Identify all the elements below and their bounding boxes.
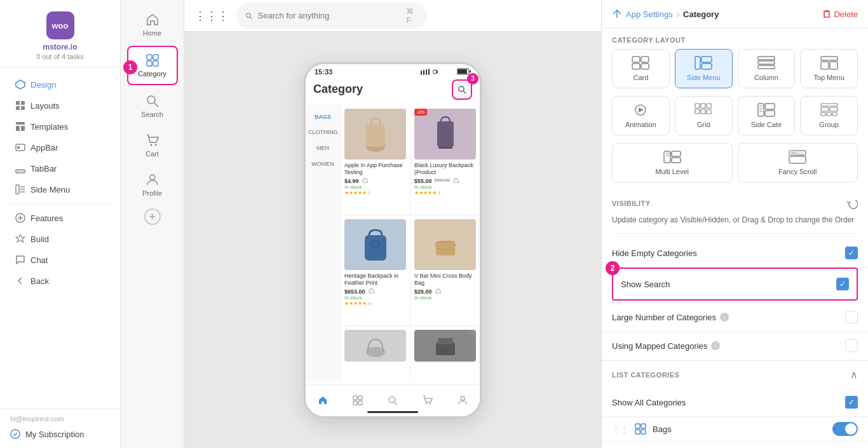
svg-rect-83 <box>707 109 711 114</box>
nav-item-features[interactable]: Features <box>5 208 115 228</box>
product-card[interactable]: ♡ Heritage Backpack in Feather Print $65… <box>341 215 410 325</box>
site-name[interactable]: mstore.io <box>43 43 77 51</box>
nav-item-sidemenu[interactable]: Side Menu <box>5 179 115 200</box>
large-number-checkbox[interactable] <box>845 311 858 323</box>
layout-grid-row1: Card Side Menu Column Top Menu <box>602 49 868 96</box>
panel-header: App Settings › Category Delete <box>602 0 868 29</box>
product-card[interactable]: ♡ -8% Black Luxury Backpack (Product $55… <box>410 105 480 215</box>
sidebar-clothing[interactable]: CLOTHING <box>306 125 340 140</box>
right-panel: App Settings › Category Delete CATEGORY … <box>601 0 868 448</box>
search-input[interactable] <box>258 11 402 20</box>
show-search-checkbox[interactable] <box>836 278 849 290</box>
svg-rect-69 <box>702 64 712 69</box>
svg-rect-71 <box>758 61 775 64</box>
layout-grid[interactable]: Grid <box>675 96 733 135</box>
using-mapped-info[interactable]: i <box>711 341 720 350</box>
heart-icon[interactable]: ♡ <box>469 109 476 118</box>
breadcrumb-root[interactable]: App Settings <box>626 10 673 19</box>
svg-line-27 <box>154 103 158 107</box>
svg-rect-97 <box>667 153 672 156</box>
large-number-info[interactable]: i <box>720 313 729 322</box>
svg-rect-24 <box>147 61 152 66</box>
top-bar: ⋮⋮⋮ ⌘ F <box>184 0 601 32</box>
nav-item-chat[interactable]: Chat <box>5 250 115 270</box>
heart-icon[interactable]: ♡ <box>399 330 406 339</box>
list-cat-collapse[interactable]: ∧ <box>850 369 858 381</box>
layout-fancy-scroll[interactable]: Fancy Scroll <box>738 143 858 182</box>
svg-point-28 <box>150 144 152 146</box>
svg-rect-98 <box>672 151 681 156</box>
center-nav-home[interactable]: Home <box>127 6 178 43</box>
svg-rect-34 <box>423 70 424 75</box>
layout-column[interactable]: Column <box>738 49 796 88</box>
layout-card[interactable]: Card <box>612 49 670 88</box>
hide-empty-checkbox[interactable] <box>845 247 858 259</box>
sidebar-women[interactable]: WOMEN <box>306 157 340 172</box>
subscription-link[interactable]: My Subscription <box>10 426 110 442</box>
product-name: Apple In App Purchase Testing <box>344 162 406 177</box>
nav-bottom: hi@inspireui.com My Subscription <box>0 408 120 448</box>
svg-point-30 <box>150 175 155 180</box>
bottom-profile[interactable] <box>458 395 468 405</box>
nav-item-layouts[interactable]: Layouts <box>5 95 115 116</box>
svg-rect-94 <box>827 112 831 116</box>
delete-button[interactable]: Delete <box>822 10 858 19</box>
layout-side-cate[interactable]: Side Cate <box>738 96 796 135</box>
center-nav-search-label: Search <box>141 111 163 118</box>
grid-icon[interactable]: ⋮⋮⋮ <box>194 9 229 23</box>
center-nav-profile[interactable]: Profile <box>127 166 178 203</box>
svg-rect-33 <box>421 71 422 75</box>
svg-point-29 <box>154 144 156 146</box>
phone-content: BAGS CLOTHING MEN WOMEN ♡ Apple In App P… <box>306 105 480 381</box>
svg-rect-95 <box>832 112 837 116</box>
layout-animation[interactable]: Animation <box>612 96 670 135</box>
center-nav-search[interactable]: Search <box>127 88 178 125</box>
phone-sidebar: BAGS CLOTHING MEN WOMEN <box>306 105 341 381</box>
product-stock: In stock <box>344 295 406 301</box>
nav-item-appbar[interactable]: AppBar <box>5 137 115 158</box>
sidebar-men[interactable]: MEN <box>306 141 340 156</box>
sidebar-bags[interactable]: BAGS <box>306 110 340 125</box>
bottom-home[interactable] <box>318 395 328 405</box>
nav-item-design[interactable]: Design <box>5 74 115 95</box>
category-bags-row: ⋮⋮ Bags <box>602 417 868 442</box>
show-all-label: Show All Categories <box>612 398 686 407</box>
large-number-toggle-row: Large Number of Categories i <box>602 303 868 332</box>
heart-icon[interactable]: ♡ <box>469 219 476 228</box>
bags-toggle[interactable] <box>832 422 858 436</box>
heart-icon[interactable]: ♡ <box>469 330 476 339</box>
heart-icon[interactable]: ♡ <box>399 219 406 228</box>
layout-group[interactable]: Group <box>800 96 858 135</box>
center-nav-cart[interactable]: Cart <box>127 127 178 164</box>
bottom-search[interactable] <box>388 395 398 405</box>
svg-rect-104 <box>635 424 640 428</box>
show-all-checkbox[interactable] <box>845 396 858 409</box>
product-image <box>414 330 476 362</box>
product-card[interactable]: ♡ <box>410 326 480 381</box>
svg-rect-6 <box>16 126 20 131</box>
top-search[interactable]: ⌘ F <box>236 3 427 29</box>
nav-item-build[interactable]: Build <box>5 229 115 249</box>
product-card[interactable]: ♡ V Bar Mini Cross Body Bag $26.00 In st… <box>410 215 480 325</box>
nav-item-tabbar[interactable]: TabBar <box>5 158 115 179</box>
using-mapped-checkbox[interactable] <box>845 339 858 352</box>
layout-top-menu[interactable]: Top Menu <box>800 49 858 88</box>
nav-item-back[interactable]: Back <box>5 271 115 291</box>
svg-rect-54 <box>353 396 357 400</box>
layout-side-menu[interactable]: Side Menu <box>675 49 733 88</box>
status-icons <box>420 68 471 75</box>
svg-marker-77 <box>639 107 644 112</box>
bottom-cart[interactable] <box>423 395 433 405</box>
layout-multi-level[interactable]: Multi Level <box>612 143 733 182</box>
nav-item-templates[interactable]: Templates <box>5 116 115 137</box>
add-nav-item[interactable]: + <box>144 208 161 225</box>
drag-handle[interactable]: ⋮⋮ <box>612 424 628 434</box>
refresh-icon[interactable] <box>846 198 858 209</box>
heart-icon[interactable]: ♡ <box>399 109 406 118</box>
product-price: $26.00 <box>414 288 432 295</box>
product-card[interactable]: ♡ Apple In App Purchase Testing $4.99 In… <box>341 105 410 215</box>
svg-rect-65 <box>632 64 640 69</box>
product-card[interactable]: ♡ <box>341 326 410 381</box>
bottom-category[interactable] <box>353 395 363 405</box>
svg-rect-93 <box>821 112 825 116</box>
